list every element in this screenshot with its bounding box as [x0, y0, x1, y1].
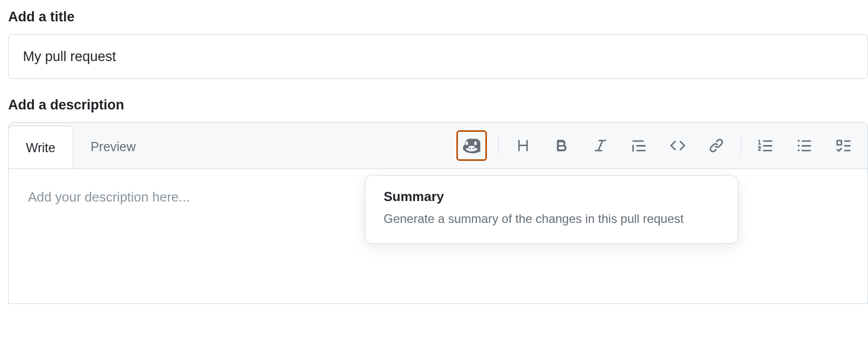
quote-icon: [631, 138, 647, 153]
heading-button[interactable]: [510, 132, 536, 159]
popover-title: Summary: [384, 189, 719, 205]
copilot-icon: [463, 137, 480, 154]
popover-description: Generate a summary of the changes in thi…: [384, 210, 719, 228]
italic-icon: [593, 138, 608, 153]
tab-write[interactable]: Write: [8, 126, 73, 169]
code-icon: [670, 138, 685, 153]
tab-preview[interactable]: Preview: [73, 125, 153, 168]
unordered-list-icon: [797, 138, 812, 153]
copilot-button[interactable]: [456, 130, 487, 161]
task-list-icon: [835, 138, 851, 153]
title-input[interactable]: [8, 34, 868, 79]
editor-body: Summary Generate a summary of the change…: [9, 168, 867, 303]
link-icon: [709, 138, 724, 153]
bold-button[interactable]: [548, 132, 575, 159]
task-list-button[interactable]: [830, 132, 856, 159]
copilot-summary-popover[interactable]: Summary Generate a summary of the change…: [365, 175, 738, 244]
unordered-list-button[interactable]: [791, 132, 818, 159]
code-button[interactable]: [664, 132, 691, 159]
editor-toolbar: Write Preview: [9, 123, 867, 168]
ordered-list-button[interactable]: [753, 132, 779, 159]
bold-icon: [554, 138, 569, 153]
heading-icon: [515, 138, 531, 153]
link-button[interactable]: [703, 132, 730, 159]
ordered-list-icon: [758, 138, 773, 153]
description-label: Add a description: [8, 97, 868, 113]
toolbar-divider: [741, 136, 741, 155]
title-label: Add a title: [8, 9, 868, 25]
italic-button[interactable]: [587, 132, 614, 159]
quote-button[interactable]: [626, 132, 652, 159]
toolbar-divider: [498, 136, 499, 155]
description-editor: Write Preview: [8, 122, 868, 304]
